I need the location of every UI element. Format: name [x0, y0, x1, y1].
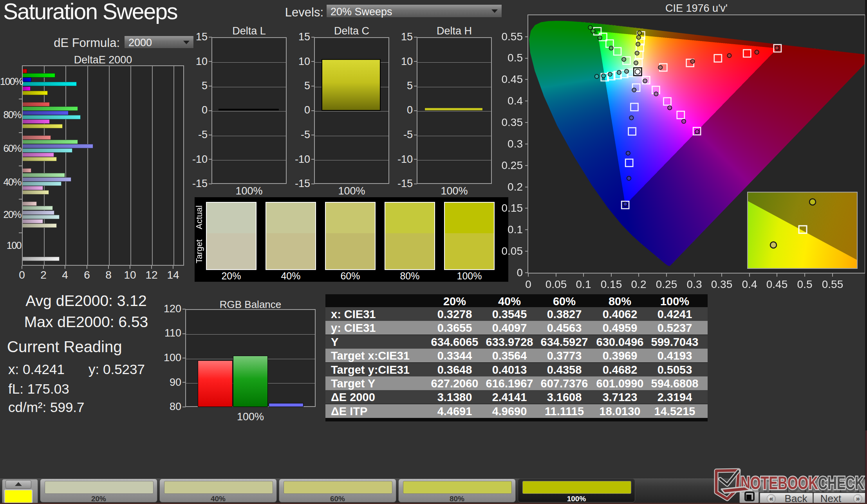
svg-text:CHECK: CHECK — [818, 473, 864, 493]
svg-text:NOTEBOOK: NOTEBOOK — [741, 473, 818, 493]
